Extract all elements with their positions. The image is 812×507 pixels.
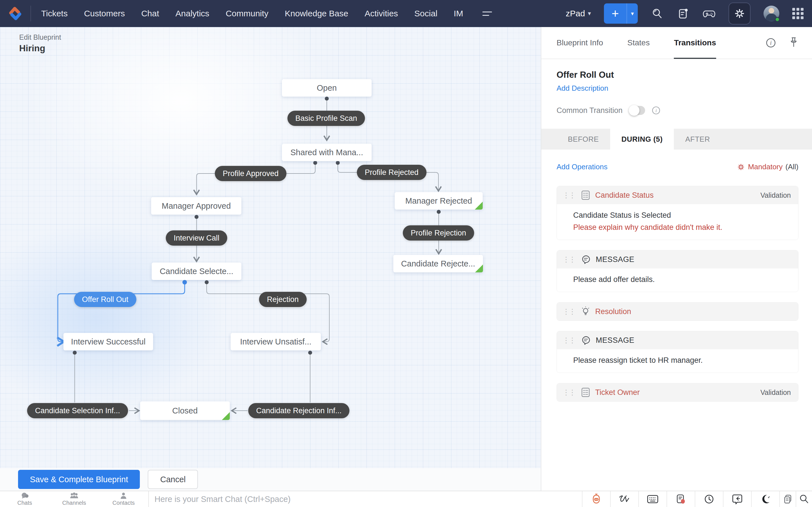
chats-button[interactable]: Chats <box>0 491 49 507</box>
end-state-flag <box>475 202 483 210</box>
cancel-button[interactable]: Cancel <box>148 470 198 489</box>
state-node-manager-rejected[interactable]: Manager Rejected <box>395 192 483 210</box>
operation-title[interactable]: MESSAGE <box>596 255 635 264</box>
nav-item-chat[interactable]: Chat <box>141 9 159 18</box>
transition-basic-profile-scan[interactable]: Basic Profile Scan <box>287 111 365 126</box>
add-dropdown-caret[interactable]: ▾ <box>626 3 638 24</box>
nav-item-community[interactable]: Community <box>225 9 268 18</box>
drag-handle-icon[interactable]: ⋮⋮ <box>562 389 575 396</box>
state-node-closed[interactable]: Closed <box>140 401 230 420</box>
tab-during[interactable]: DURING (5) <box>610 129 674 150</box>
apps-grid-icon[interactable] <box>792 8 804 19</box>
operation-type-badge: Validation <box>760 388 791 397</box>
state-node-interview-successful[interactable]: Interview Successful <box>63 333 153 350</box>
state-label: Candidate Selecte... <box>160 267 233 276</box>
user-avatar[interactable] <box>763 6 779 21</box>
smart-chat-input[interactable]: Here is your Smart Chat (Ctrl+Space) <box>149 491 582 507</box>
keyboard-icon <box>647 495 658 504</box>
search-icon[interactable] <box>651 7 664 20</box>
add-operations-link[interactable]: Add Operations <box>557 163 608 171</box>
channels-button[interactable]: Channels <box>49 491 99 507</box>
panel-tabbar: Blueprint Info States Transitions i <box>541 27 812 59</box>
common-transition-toggle[interactable] <box>629 106 645 115</box>
operation-card-candidate-status[interactable]: ⋮⋮ Candidate Status Validation Candidate… <box>557 186 799 240</box>
channels-icon <box>69 492 79 499</box>
operation-title[interactable]: Candidate Status <box>595 191 654 200</box>
tab-states[interactable]: States <box>627 27 650 59</box>
plus-icon[interactable]: + <box>604 3 626 24</box>
drag-handle-icon[interactable]: ⋮⋮ <box>562 191 575 199</box>
zia-script-button[interactable] <box>610 491 638 507</box>
feedback-widget-button[interactable] <box>723 491 751 507</box>
state-node-interview-unsatisfactory[interactable]: Interview Unsatisf... <box>231 333 321 350</box>
nav-item-customers[interactable]: Customers <box>84 9 125 18</box>
mandatory-filter[interactable]: Mandatory (All) <box>737 163 799 171</box>
transition-label: Interview Call <box>174 234 219 242</box>
drag-handle-icon[interactable]: ⋮⋮ <box>562 308 575 315</box>
operation-title[interactable]: Resolution <box>595 307 631 316</box>
drag-handle-icon[interactable]: ⋮⋮ <box>562 256 575 263</box>
nav-item-analytics[interactable]: Analytics <box>175 9 209 18</box>
contacts-button[interactable]: Contacts <box>99 491 148 507</box>
tab-transitions[interactable]: Transitions <box>674 27 716 59</box>
online-status-dot <box>775 17 780 22</box>
info-icon[interactable]: i <box>651 106 661 115</box>
add-description-link[interactable]: Add Description <box>557 84 608 93</box>
operation-card-message-1[interactable]: ⋮⋮ MESSAGE Please add offer details. <box>557 250 799 292</box>
more-menu-icon[interactable] <box>483 11 492 16</box>
field-form-icon <box>581 190 590 200</box>
drag-handle-icon[interactable]: ⋮⋮ <box>562 337 575 344</box>
state-node-candidate-selected[interactable]: Candidate Selecte... <box>152 263 241 280</box>
operation-card-resolution[interactable]: ⋮⋮ Resolution <box>557 302 799 321</box>
state-node-manager-approved[interactable]: Manager Approved <box>151 197 241 215</box>
bottom-search-button[interactable] <box>796 491 812 507</box>
transition-candidate-rejection-inf[interactable]: Candidate Rejection Inf... <box>248 403 349 418</box>
workspace-switcher[interactable]: zPad ▾ <box>566 9 591 18</box>
notifications-button[interactable] <box>666 491 695 507</box>
keyboard-shortcuts-button[interactable] <box>638 491 666 507</box>
tab-blueprint-info[interactable]: Blueprint Info <box>557 27 603 59</box>
nav-item-tickets[interactable]: Tickets <box>41 9 68 18</box>
games-controller-icon[interactable] <box>703 7 716 20</box>
copy-docs-button[interactable] <box>779 491 796 507</box>
operation-title[interactable]: Ticket Owner <box>595 388 640 397</box>
nav-item-knowledge-base[interactable]: Knowledge Base <box>285 9 348 18</box>
operation-card-ticket-owner[interactable]: ⋮⋮ Ticket Owner Validation <box>557 383 799 402</box>
zia-signature-icon <box>619 494 630 504</box>
state-node-candidate-rejected[interactable]: Candidate Rejecte... <box>393 255 483 272</box>
operation-card-header: ⋮⋮ MESSAGE <box>557 331 798 349</box>
recent-activity-button[interactable] <box>695 491 723 507</box>
transition-profile-approved[interactable]: Profile Approved <box>215 166 287 181</box>
nav-item-im[interactable]: IM <box>454 9 463 18</box>
nav-menu: Tickets Customers Chat Analytics Communi… <box>41 9 492 18</box>
nav-item-activities[interactable]: Activities <box>364 9 398 18</box>
operation-title[interactable]: MESSAGE <box>596 336 635 345</box>
night-mode-button[interactable] <box>751 491 779 507</box>
transition-offer-roll-out-selected[interactable]: Offer Roll Out <box>74 292 137 307</box>
transition-candidate-selection-inf[interactable]: Candidate Selection Inf... <box>27 403 128 418</box>
nav-item-social[interactable]: Social <box>414 9 438 18</box>
chevron-down-icon: ▾ <box>588 10 591 17</box>
chat-back-icon <box>732 494 742 504</box>
tab-after[interactable]: AFTER <box>674 129 721 150</box>
transition-interview-call[interactable]: Interview Call <box>166 230 227 245</box>
zia-assistant-button[interactable] <box>582 491 610 507</box>
state-node-shared-with-manager[interactable]: Shared with Mana... <box>282 144 371 161</box>
top-navbar: Tickets Customers Chat Analytics Communi… <box>0 0 812 27</box>
tab-before[interactable]: BEFORE <box>557 129 610 150</box>
operation-card-message-2[interactable]: ⋮⋮ MESSAGE Please reassign ticket to HR … <box>557 331 799 373</box>
transition-profile-rejected[interactable]: Profile Rejected <box>357 165 426 180</box>
blueprint-canvas[interactable]: Edit Blueprint Hiring <box>0 27 541 491</box>
end-state-flag <box>222 412 230 420</box>
add-new-button[interactable]: + ▾ <box>604 3 638 24</box>
setup-gear-button[interactable] <box>728 3 751 24</box>
zoho-desk-logo-icon <box>8 6 22 21</box>
transition-rejection[interactable]: Rejection <box>259 292 307 307</box>
pin-icon[interactable] <box>789 37 799 49</box>
save-complete-blueprint-button[interactable]: Save & Complete Blueprint <box>18 470 140 489</box>
feedback-notes-icon[interactable] <box>677 7 690 20</box>
info-icon[interactable]: i <box>765 37 776 48</box>
state-node-open[interactable]: Open <box>282 79 371 97</box>
zoho-desk-logo[interactable] <box>0 6 31 21</box>
transition-profile-rejection[interactable]: Profile Rejection <box>403 225 474 240</box>
